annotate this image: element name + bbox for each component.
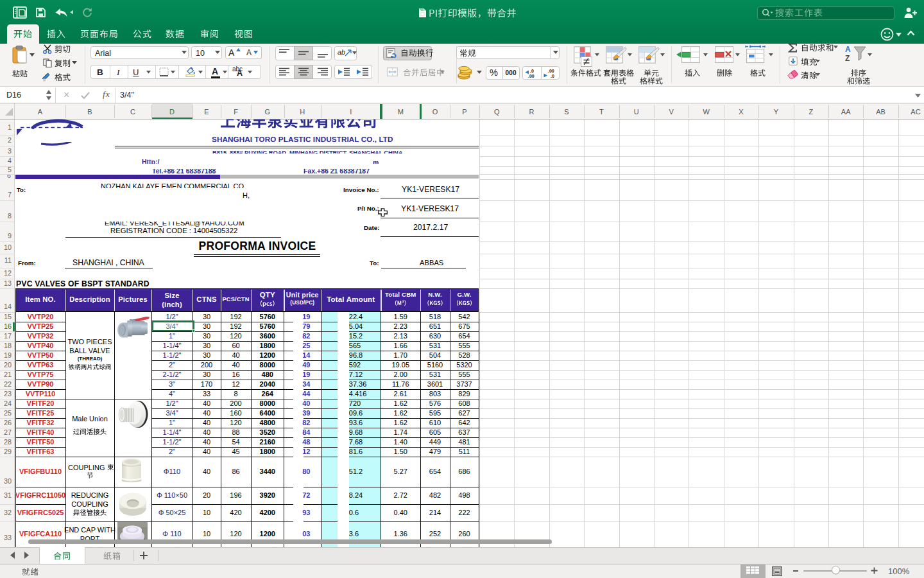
svg-text:.00: .00 bbox=[548, 69, 554, 73]
svg-text:.0: .0 bbox=[530, 69, 534, 73]
svg-text:.00: .00 bbox=[528, 74, 535, 78]
svg-text:Z: Z bbox=[845, 54, 850, 62]
svg-text:A: A bbox=[845, 45, 851, 54]
svg-text:.0: .0 bbox=[551, 74, 554, 78]
